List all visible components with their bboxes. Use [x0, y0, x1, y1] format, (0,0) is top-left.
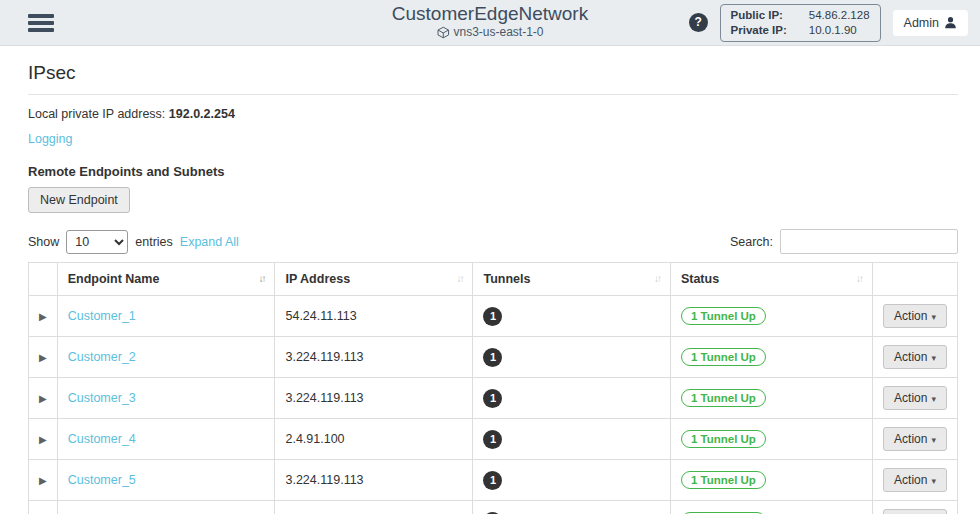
- status-badge: 1 Tunnel Up: [681, 389, 766, 407]
- table-row: ▶ Customer_5 3.224.119.113 1 1 Tunnel Up…: [29, 460, 958, 501]
- endpoint-ip: 3.224.119.113: [275, 460, 473, 501]
- tunnel-count-badge: 1: [483, 471, 502, 490]
- controller-name: vns3-us-east-1-0: [453, 25, 543, 39]
- app-title: CustomerEdgeNetwork: [392, 3, 588, 25]
- endpoint-ip: 3.224.119.113: [275, 337, 473, 378]
- endpoint-name-link[interactable]: Customer_4: [68, 432, 136, 446]
- action-dropdown-button[interactable]: Action▾: [883, 468, 947, 492]
- ip-info-box: Public IP: 54.86.2.128 Private IP: 10.0.…: [720, 4, 881, 42]
- action-dropdown-button[interactable]: Action▾: [883, 304, 947, 328]
- column-header-ip-address[interactable]: ↓↑ IP Address: [275, 263, 473, 296]
- status-badge: 1 Tunnel Up: [681, 307, 766, 325]
- tunnel-count-badge: 1: [483, 430, 502, 449]
- local-ip-line: Local private IP address: 192.0.2.254: [28, 107, 958, 121]
- cube-icon: [436, 26, 449, 39]
- endpoint-ip: 2.42.120.10: [275, 501, 473, 514]
- expand-row-icon[interactable]: ▶: [29, 419, 58, 460]
- menu-icon[interactable]: [28, 11, 54, 35]
- help-icon[interactable]: ?: [689, 13, 708, 32]
- sort-icon[interactable]: ↓↑: [456, 273, 462, 284]
- column-header-tunnels[interactable]: ↓↑ Tunnels: [473, 263, 670, 296]
- app-title-block: CustomerEdgeNetwork vns3-us-east-1-0: [392, 3, 588, 39]
- endpoint-ip: 3.224.119.113: [275, 378, 473, 419]
- admin-menu-button[interactable]: Admin: [893, 10, 968, 36]
- endpoint-ip: 54.24.11.113: [275, 296, 473, 337]
- page-size-select[interactable]: 10: [66, 230, 128, 254]
- logging-link[interactable]: Logging: [28, 132, 73, 146]
- action-dropdown-button[interactable]: Action▾: [883, 427, 947, 451]
- status-badge: 1 Tunnel Up: [681, 430, 766, 448]
- search-label: Search:: [730, 235, 773, 249]
- status-badge: 1 Tunnel Up: [681, 471, 766, 489]
- expand-row-icon[interactable]: ▶: [29, 460, 58, 501]
- private-ip-value: 10.0.1.90: [809, 23, 870, 38]
- title-divider: [28, 94, 958, 95]
- local-ip-value: 192.0.2.254: [169, 107, 235, 121]
- table-row: ▶ Customer_2 3.224.119.113 1 1 Tunnel Up…: [29, 337, 958, 378]
- table-row: ▶ Main_Datacenter_Central_US 2.42.120.10…: [29, 501, 958, 514]
- action-dropdown-button[interactable]: Action▾: [883, 345, 947, 369]
- table-header-row: ↓↑ Endpoint Name ↓↑ IP Address ↓↑ Tunnel…: [29, 263, 958, 296]
- sort-icon[interactable]: ↓↑: [856, 273, 862, 284]
- admin-label: Admin: [904, 16, 939, 30]
- tunnel-count-badge: 1: [483, 389, 502, 408]
- endpoint-ip: 2.4.91.100: [275, 419, 473, 460]
- sort-icon[interactable]: ↓↑: [258, 273, 264, 284]
- endpoints-table: ↓↑ Endpoint Name ↓↑ IP Address ↓↑ Tunnel…: [28, 262, 958, 514]
- show-label: Show: [28, 235, 59, 249]
- chevron-down-icon: ▾: [931, 476, 936, 486]
- local-ip-label: Local private IP address:: [28, 107, 165, 121]
- page-title: IPsec: [28, 62, 958, 84]
- endpoint-name-link[interactable]: Customer_3: [68, 391, 136, 405]
- endpoint-name-link[interactable]: Customer_2: [68, 350, 136, 364]
- action-column-header: [873, 263, 958, 296]
- endpoint-name-link[interactable]: Customer_1: [68, 309, 136, 323]
- tunnel-count-badge: 1: [483, 307, 502, 326]
- public-ip-label: Public IP:: [731, 8, 787, 23]
- expand-row-icon[interactable]: ▶: [29, 337, 58, 378]
- public-ip-value: 54.86.2.128: [809, 8, 870, 23]
- expand-row-icon[interactable]: ▶: [29, 378, 58, 419]
- search-input[interactable]: [780, 229, 958, 254]
- expand-row-icon[interactable]: ▶: [29, 501, 58, 514]
- new-endpoint-button[interactable]: New Endpoint: [28, 187, 130, 213]
- endpoint-name-link[interactable]: Customer_5: [68, 473, 136, 487]
- expand-column-header: [29, 263, 58, 296]
- private-ip-label: Private IP:: [731, 23, 787, 38]
- user-icon: [944, 16, 957, 29]
- expand-row-icon[interactable]: ▶: [29, 296, 58, 337]
- action-dropdown-button[interactable]: Action▾: [883, 509, 947, 514]
- status-badge: 1 Tunnel Up: [681, 348, 766, 366]
- section-title: Remote Endpoints and Subnets: [28, 164, 958, 179]
- chevron-down-icon: ▾: [931, 435, 936, 445]
- chevron-down-icon: ▾: [931, 394, 936, 404]
- action-dropdown-button[interactable]: Action▾: [883, 386, 947, 410]
- tunnel-count-badge: 1: [483, 348, 502, 367]
- expand-all-link[interactable]: Expand All: [180, 235, 239, 249]
- column-header-status[interactable]: ↓↑ Status: [670, 263, 872, 296]
- top-header-bar: CustomerEdgeNetwork vns3-us-east-1-0 ? P…: [0, 0, 980, 46]
- column-header-endpoint-name[interactable]: ↓↑ Endpoint Name: [57, 263, 275, 296]
- entries-label: entries: [135, 235, 173, 249]
- chevron-down-icon: ▾: [931, 353, 936, 363]
- table-row: ▶ Customer_1 54.24.11.113 1 1 Tunnel Up …: [29, 296, 958, 337]
- sort-icon[interactable]: ↓↑: [654, 273, 660, 284]
- table-row: ▶ Customer_4 2.4.91.100 1 1 Tunnel Up Ac…: [29, 419, 958, 460]
- table-row: ▶ Customer_3 3.224.119.113 1 1 Tunnel Up…: [29, 378, 958, 419]
- chevron-down-icon: ▾: [931, 312, 936, 322]
